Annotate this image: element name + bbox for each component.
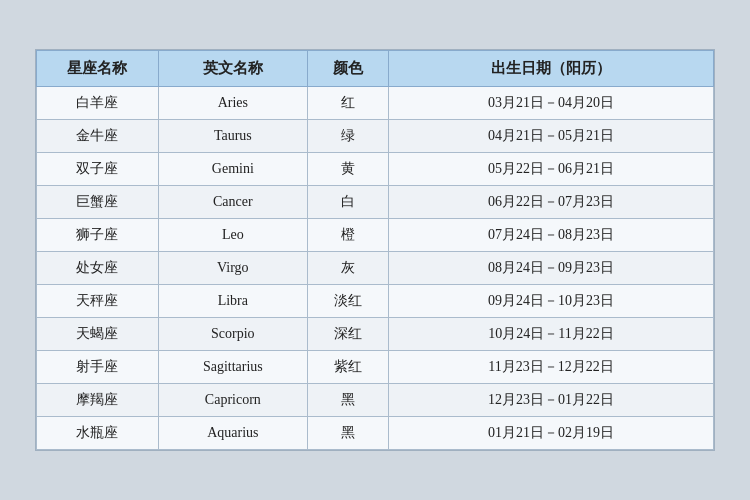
cell-en: Taurus — [158, 120, 307, 153]
cell-date: 09月24日－10月23日 — [389, 285, 714, 318]
table-row: 白羊座Aries红03月21日－04月20日 — [37, 87, 714, 120]
cell-en: Aquarius — [158, 417, 307, 450]
cell-color: 绿 — [307, 120, 388, 153]
header-date: 出生日期（阳历） — [389, 51, 714, 87]
cell-date: 05月22日－06月21日 — [389, 153, 714, 186]
cell-date: 11月23日－12月22日 — [389, 351, 714, 384]
cell-date: 04月21日－05月21日 — [389, 120, 714, 153]
table-row: 摩羯座Capricorn黑12月23日－01月22日 — [37, 384, 714, 417]
header-color: 颜色 — [307, 51, 388, 87]
cell-en: Aries — [158, 87, 307, 120]
cell-color: 橙 — [307, 219, 388, 252]
cell-cn: 处女座 — [37, 252, 159, 285]
cell-color: 黑 — [307, 417, 388, 450]
cell-en: Scorpio — [158, 318, 307, 351]
cell-cn: 天秤座 — [37, 285, 159, 318]
cell-color: 黑 — [307, 384, 388, 417]
table-body: 白羊座Aries红03月21日－04月20日金牛座Taurus绿04月21日－0… — [37, 87, 714, 450]
table-row: 射手座Sagittarius紫红11月23日－12月22日 — [37, 351, 714, 384]
cell-cn: 天蝎座 — [37, 318, 159, 351]
table-row: 处女座Virgo灰08月24日－09月23日 — [37, 252, 714, 285]
cell-color: 灰 — [307, 252, 388, 285]
table-row: 天秤座Libra淡红09月24日－10月23日 — [37, 285, 714, 318]
table-header-row: 星座名称 英文名称 颜色 出生日期（阳历） — [37, 51, 714, 87]
zodiac-table: 星座名称 英文名称 颜色 出生日期（阳历） 白羊座Aries红03月21日－04… — [36, 50, 714, 450]
cell-cn: 白羊座 — [37, 87, 159, 120]
cell-color: 深红 — [307, 318, 388, 351]
table-row: 巨蟹座Cancer白06月22日－07月23日 — [37, 186, 714, 219]
cell-color: 黄 — [307, 153, 388, 186]
cell-en: Leo — [158, 219, 307, 252]
header-cn: 星座名称 — [37, 51, 159, 87]
zodiac-table-container: 星座名称 英文名称 颜色 出生日期（阳历） 白羊座Aries红03月21日－04… — [35, 49, 715, 451]
cell-cn: 双子座 — [37, 153, 159, 186]
header-en: 英文名称 — [158, 51, 307, 87]
cell-en: Sagittarius — [158, 351, 307, 384]
cell-en: Gemini — [158, 153, 307, 186]
cell-color: 红 — [307, 87, 388, 120]
table-row: 天蝎座Scorpio深红10月24日－11月22日 — [37, 318, 714, 351]
cell-cn: 摩羯座 — [37, 384, 159, 417]
cell-date: 10月24日－11月22日 — [389, 318, 714, 351]
cell-date: 06月22日－07月23日 — [389, 186, 714, 219]
cell-en: Virgo — [158, 252, 307, 285]
cell-date: 07月24日－08月23日 — [389, 219, 714, 252]
table-row: 狮子座Leo橙07月24日－08月23日 — [37, 219, 714, 252]
table-row: 双子座Gemini黄05月22日－06月21日 — [37, 153, 714, 186]
cell-en: Cancer — [158, 186, 307, 219]
cell-date: 12月23日－01月22日 — [389, 384, 714, 417]
cell-cn: 金牛座 — [37, 120, 159, 153]
cell-color: 紫红 — [307, 351, 388, 384]
table-row: 金牛座Taurus绿04月21日－05月21日 — [37, 120, 714, 153]
cell-date: 03月21日－04月20日 — [389, 87, 714, 120]
cell-cn: 水瓶座 — [37, 417, 159, 450]
cell-cn: 射手座 — [37, 351, 159, 384]
cell-color: 白 — [307, 186, 388, 219]
cell-en: Libra — [158, 285, 307, 318]
cell-date: 08月24日－09月23日 — [389, 252, 714, 285]
cell-en: Capricorn — [158, 384, 307, 417]
cell-color: 淡红 — [307, 285, 388, 318]
cell-cn: 狮子座 — [37, 219, 159, 252]
cell-cn: 巨蟹座 — [37, 186, 159, 219]
table-row: 水瓶座Aquarius黑01月21日－02月19日 — [37, 417, 714, 450]
cell-date: 01月21日－02月19日 — [389, 417, 714, 450]
